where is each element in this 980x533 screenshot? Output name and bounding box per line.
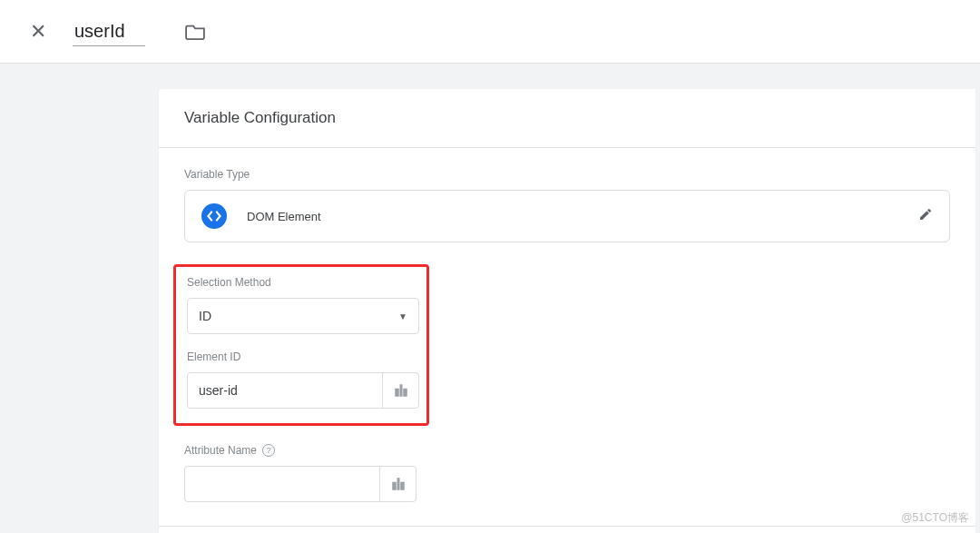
selection-method-value: ID xyxy=(199,309,211,323)
help-icon[interactable]: ? xyxy=(262,444,275,457)
variable-type-name: DOM Element xyxy=(247,210,918,223)
edit-icon[interactable] xyxy=(918,207,933,225)
element-id-label: Element ID xyxy=(187,350,416,363)
attribute-name-row xyxy=(184,466,416,502)
divider xyxy=(159,526,975,527)
variable-type-selector[interactable]: DOM Element xyxy=(184,190,950,242)
config-panel: Variable Configuration Variable Type DOM… xyxy=(159,89,975,533)
element-id-input[interactable] xyxy=(188,373,382,408)
dom-element-icon xyxy=(201,203,227,229)
attribute-name-input[interactable] xyxy=(185,467,379,501)
divider xyxy=(159,147,975,148)
selection-method-select[interactable]: ID ▼ xyxy=(187,298,419,334)
folder-icon[interactable] xyxy=(185,24,205,40)
attribute-name-block: Attribute Name ? xyxy=(184,444,950,502)
close-icon[interactable]: ✕ xyxy=(27,20,49,44)
chevron-down-icon: ▼ xyxy=(398,311,407,321)
topbar: ✕ xyxy=(0,0,980,64)
variable-picker-icon[interactable] xyxy=(379,467,416,501)
attribute-name-label-text: Attribute Name xyxy=(184,444,257,457)
panel-title: Variable Configuration xyxy=(184,109,950,127)
watermark: @51CTO博客 xyxy=(901,510,969,526)
variable-type-label: Variable Type xyxy=(184,168,950,181)
variable-name-input[interactable] xyxy=(73,17,145,46)
highlighted-config: Selection Method ID ▼ Element ID xyxy=(173,264,429,426)
attribute-name-label: Attribute Name ? xyxy=(184,444,950,457)
variable-picker-icon[interactable] xyxy=(382,373,418,408)
selection-method-label: Selection Method xyxy=(187,276,416,289)
element-id-row xyxy=(187,372,419,409)
